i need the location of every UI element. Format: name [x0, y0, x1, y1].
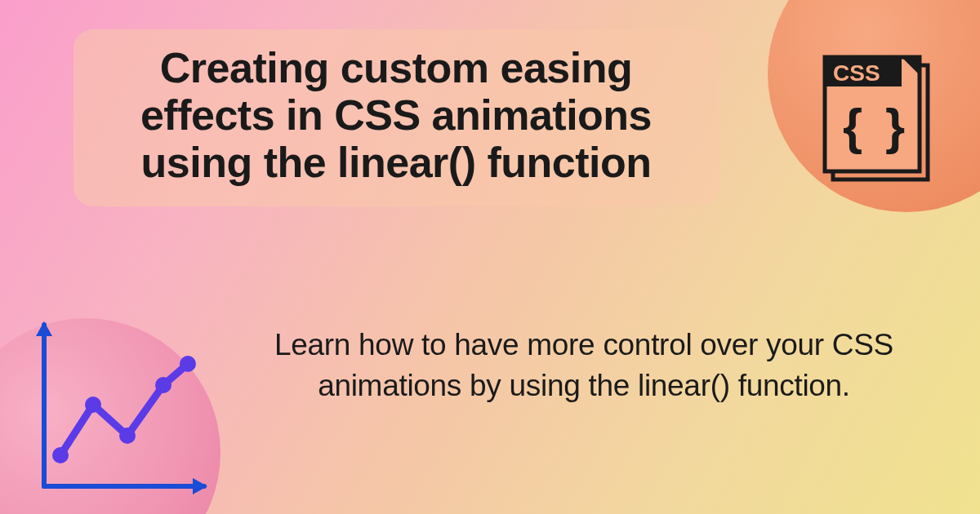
svg-point-8	[85, 397, 101, 413]
svg-text:{: {	[843, 98, 862, 154]
svg-point-7	[52, 447, 69, 463]
title-container: Creating custom easing effects in CSS an…	[74, 29, 719, 206]
line-chart-icon	[26, 315, 214, 503]
svg-point-11	[180, 356, 196, 372]
page-title: Creating custom easing effects in CSS an…	[103, 44, 689, 187]
svg-point-9	[119, 428, 136, 444]
css-label-text: CSS	[833, 60, 880, 86]
svg-text:}: }	[885, 98, 905, 154]
svg-point-10	[155, 377, 172, 393]
css-file-icon: CSS { }	[822, 54, 934, 183]
page-subtitle: Learn how to have more control over your…	[237, 325, 931, 406]
